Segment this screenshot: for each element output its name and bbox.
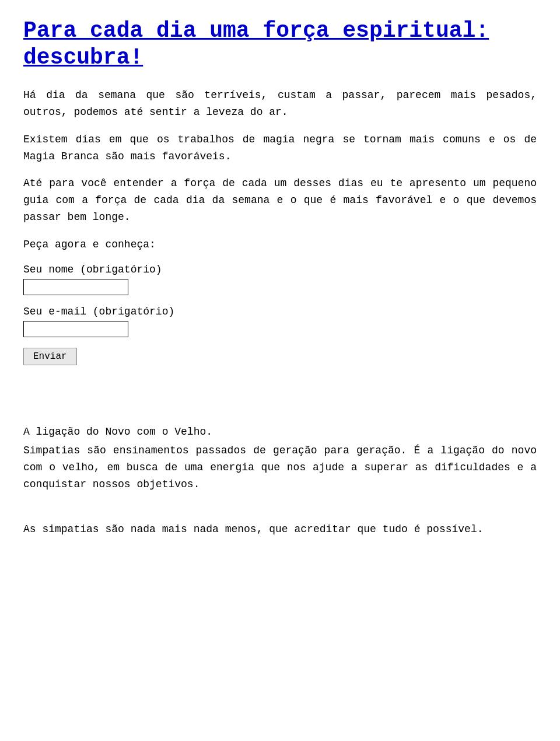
paragraph-1: Há dia da semana que são terríveis, cust…	[23, 87, 537, 121]
email-input[interactable]	[23, 321, 128, 337]
section-title: A ligação do Novo com o Velho.	[23, 424, 537, 441]
submit-button[interactable]: Enviar	[23, 348, 77, 365]
name-label: Seu nome (obrigatório)	[23, 264, 537, 275]
page-title: Para cada dia uma força espiritual: desc…	[23, 18, 537, 71]
paragraph-2: Existem dias em que os trabalhos de magi…	[23, 131, 537, 165]
spacer	[23, 406, 537, 424]
paragraph-3: Até para você entender a força de cada u…	[23, 175, 537, 225]
paragraph-4: Simpatias são ensinamentos passados de g…	[23, 442, 537, 492]
form-intro-text: Peça agora e conheça:	[23, 236, 537, 253]
email-label: Seu e-mail (obrigatório)	[23, 306, 537, 317]
form-section: Peça agora e conheça: Seu nome (obrigató…	[23, 236, 537, 389]
spacer-2	[23, 504, 537, 521]
name-input[interactable]	[23, 279, 128, 295]
paragraph-5: As simpatias são nada mais nada menos, q…	[23, 521, 537, 538]
